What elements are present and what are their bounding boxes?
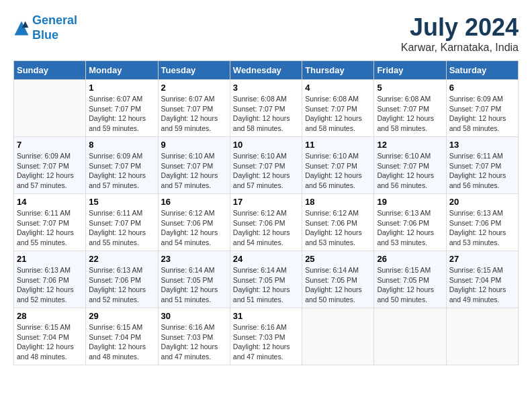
day-info: Sunrise: 6:13 AM Sunset: 7:06 PM Dayligh… bbox=[449, 208, 515, 248]
calendar-cell: 11Sunrise: 6:10 AM Sunset: 7:07 PM Dayli… bbox=[302, 137, 374, 194]
calendar-cell: 12Sunrise: 6:10 AM Sunset: 7:07 PM Dayli… bbox=[374, 137, 446, 194]
day-info: Sunrise: 6:11 AM Sunset: 7:07 PM Dayligh… bbox=[449, 151, 515, 191]
calendar-cell: 28Sunrise: 6:15 AM Sunset: 7:04 PM Dayli… bbox=[14, 308, 86, 365]
day-info: Sunrise: 6:15 AM Sunset: 7:04 PM Dayligh… bbox=[449, 265, 515, 305]
calendar-cell: 17Sunrise: 6:12 AM Sunset: 7:06 PM Dayli… bbox=[230, 194, 302, 251]
day-number: 10 bbox=[233, 140, 299, 150]
day-info: Sunrise: 6:13 AM Sunset: 7:06 PM Dayligh… bbox=[89, 265, 154, 305]
calendar-week-4: 21Sunrise: 6:13 AM Sunset: 7:06 PM Dayli… bbox=[14, 251, 519, 308]
svg-marker-0 bbox=[15, 21, 29, 35]
calendar-body: 1Sunrise: 6:07 AM Sunset: 7:07 PM Daylig… bbox=[14, 80, 519, 365]
calendar-cell: 15Sunrise: 6:11 AM Sunset: 7:07 PM Dayli… bbox=[86, 194, 158, 251]
calendar-header: SundayMondayTuesdayWednesdayThursdayFrid… bbox=[14, 61, 519, 80]
day-info: Sunrise: 6:09 AM Sunset: 7:07 PM Dayligh… bbox=[449, 94, 515, 134]
calendar-cell: 31Sunrise: 6:16 AM Sunset: 7:03 PM Dayli… bbox=[230, 308, 302, 365]
day-number: 3 bbox=[233, 83, 299, 93]
day-number: 21 bbox=[17, 254, 83, 264]
calendar-cell: 16Sunrise: 6:12 AM Sunset: 7:06 PM Dayli… bbox=[158, 194, 230, 251]
day-info: Sunrise: 6:09 AM Sunset: 7:07 PM Dayligh… bbox=[17, 151, 83, 191]
title-section: July 2024 Karwar, Karnataka, India bbox=[401, 13, 519, 54]
calendar-cell: 5Sunrise: 6:08 AM Sunset: 7:07 PM Daylig… bbox=[374, 80, 446, 137]
weekday-header-monday: Monday bbox=[86, 61, 158, 80]
day-info: Sunrise: 6:14 AM Sunset: 7:05 PM Dayligh… bbox=[233, 265, 299, 305]
weekday-header-tuesday: Tuesday bbox=[158, 61, 230, 80]
calendar-cell: 2Sunrise: 6:07 AM Sunset: 7:07 PM Daylig… bbox=[158, 80, 230, 137]
day-number: 29 bbox=[89, 311, 154, 321]
day-number: 19 bbox=[377, 197, 443, 207]
day-info: Sunrise: 6:12 AM Sunset: 7:06 PM Dayligh… bbox=[161, 208, 227, 248]
day-info: Sunrise: 6:11 AM Sunset: 7:07 PM Dayligh… bbox=[89, 208, 154, 248]
calendar-cell: 22Sunrise: 6:13 AM Sunset: 7:06 PM Dayli… bbox=[86, 251, 158, 308]
calendar-cell: 27Sunrise: 6:15 AM Sunset: 7:04 PM Dayli… bbox=[446, 251, 518, 308]
weekday-header-friday: Friday bbox=[374, 61, 446, 80]
day-number: 8 bbox=[89, 140, 154, 150]
day-number: 24 bbox=[233, 254, 299, 264]
day-number: 30 bbox=[161, 311, 227, 321]
day-number: 26 bbox=[377, 254, 443, 264]
calendar-cell: 9Sunrise: 6:10 AM Sunset: 7:07 PM Daylig… bbox=[158, 137, 230, 194]
day-number: 20 bbox=[449, 197, 515, 207]
calendar-cell bbox=[374, 308, 446, 365]
weekday-header-saturday: Saturday bbox=[446, 61, 518, 80]
day-number: 27 bbox=[449, 254, 515, 264]
calendar-cell: 7Sunrise: 6:09 AM Sunset: 7:07 PM Daylig… bbox=[14, 137, 86, 194]
day-info: Sunrise: 6:15 AM Sunset: 7:04 PM Dayligh… bbox=[89, 322, 154, 362]
calendar-cell: 23Sunrise: 6:14 AM Sunset: 7:05 PM Dayli… bbox=[158, 251, 230, 308]
calendar-cell: 20Sunrise: 6:13 AM Sunset: 7:06 PM Dayli… bbox=[446, 194, 518, 251]
day-info: Sunrise: 6:16 AM Sunset: 7:03 PM Dayligh… bbox=[161, 322, 227, 362]
day-number: 28 bbox=[17, 311, 83, 321]
weekday-header-thursday: Thursday bbox=[302, 61, 374, 80]
day-number: 22 bbox=[89, 254, 154, 264]
day-number: 31 bbox=[233, 311, 299, 321]
day-info: Sunrise: 6:14 AM Sunset: 7:05 PM Dayligh… bbox=[161, 265, 227, 305]
calendar-cell: 14Sunrise: 6:11 AM Sunset: 7:07 PM Dayli… bbox=[14, 194, 86, 251]
page-header: General Blue July 2024 Karwar, Karnataka… bbox=[13, 13, 519, 54]
day-info: Sunrise: 6:07 AM Sunset: 7:07 PM Dayligh… bbox=[89, 94, 154, 134]
weekday-header-wednesday: Wednesday bbox=[230, 61, 302, 80]
calendar-cell: 8Sunrise: 6:09 AM Sunset: 7:07 PM Daylig… bbox=[86, 137, 158, 194]
calendar-cell bbox=[446, 308, 518, 365]
calendar-cell: 4Sunrise: 6:08 AM Sunset: 7:07 PM Daylig… bbox=[302, 80, 374, 137]
day-number: 5 bbox=[377, 83, 443, 93]
calendar-cell: 24Sunrise: 6:14 AM Sunset: 7:05 PM Dayli… bbox=[230, 251, 302, 308]
day-info: Sunrise: 6:16 AM Sunset: 7:03 PM Dayligh… bbox=[233, 322, 299, 362]
day-number: 4 bbox=[305, 83, 371, 93]
day-info: Sunrise: 6:09 AM Sunset: 7:07 PM Dayligh… bbox=[89, 151, 154, 191]
day-number: 14 bbox=[17, 197, 83, 207]
day-info: Sunrise: 6:10 AM Sunset: 7:07 PM Dayligh… bbox=[161, 151, 227, 191]
day-info: Sunrise: 6:12 AM Sunset: 7:06 PM Dayligh… bbox=[305, 208, 371, 248]
logo-text: General Blue bbox=[32, 13, 77, 42]
day-info: Sunrise: 6:15 AM Sunset: 7:05 PM Dayligh… bbox=[377, 265, 443, 305]
day-number: 1 bbox=[89, 83, 154, 93]
day-number: 11 bbox=[305, 140, 371, 150]
logo-icon bbox=[13, 20, 30, 36]
day-number: 18 bbox=[305, 197, 371, 207]
day-info: Sunrise: 6:14 AM Sunset: 7:05 PM Dayligh… bbox=[305, 265, 371, 305]
calendar-cell: 1Sunrise: 6:07 AM Sunset: 7:07 PM Daylig… bbox=[86, 80, 158, 137]
calendar-week-2: 7Sunrise: 6:09 AM Sunset: 7:07 PM Daylig… bbox=[14, 137, 519, 194]
weekday-header-row: SundayMondayTuesdayWednesdayThursdayFrid… bbox=[14, 61, 519, 80]
calendar-cell: 6Sunrise: 6:09 AM Sunset: 7:07 PM Daylig… bbox=[446, 80, 518, 137]
location: Karwar, Karnataka, India bbox=[401, 42, 519, 54]
day-info: Sunrise: 6:13 AM Sunset: 7:06 PM Dayligh… bbox=[377, 208, 443, 248]
day-info: Sunrise: 6:10 AM Sunset: 7:07 PM Dayligh… bbox=[305, 151, 371, 191]
calendar-cell: 10Sunrise: 6:10 AM Sunset: 7:07 PM Dayli… bbox=[230, 137, 302, 194]
day-number: 12 bbox=[377, 140, 443, 150]
month-year: July 2024 bbox=[401, 13, 519, 42]
calendar-table: SundayMondayTuesdayWednesdayThursdayFrid… bbox=[13, 60, 519, 365]
day-number: 23 bbox=[161, 254, 227, 264]
day-number: 2 bbox=[161, 83, 227, 93]
weekday-header-sunday: Sunday bbox=[14, 61, 86, 80]
day-number: 9 bbox=[161, 140, 227, 150]
logo: General Blue bbox=[13, 13, 77, 42]
calendar-cell: 25Sunrise: 6:14 AM Sunset: 7:05 PM Dayli… bbox=[302, 251, 374, 308]
calendar-cell: 19Sunrise: 6:13 AM Sunset: 7:06 PM Dayli… bbox=[374, 194, 446, 251]
calendar-cell: 26Sunrise: 6:15 AM Sunset: 7:05 PM Dayli… bbox=[374, 251, 446, 308]
calendar-cell: 18Sunrise: 6:12 AM Sunset: 7:06 PM Dayli… bbox=[302, 194, 374, 251]
calendar-week-5: 28Sunrise: 6:15 AM Sunset: 7:04 PM Dayli… bbox=[14, 308, 519, 365]
day-number: 6 bbox=[449, 83, 515, 93]
day-number: 16 bbox=[161, 197, 227, 207]
day-info: Sunrise: 6:07 AM Sunset: 7:07 PM Dayligh… bbox=[161, 94, 227, 134]
day-info: Sunrise: 6:13 AM Sunset: 7:06 PM Dayligh… bbox=[17, 265, 83, 305]
calendar-cell bbox=[14, 80, 86, 137]
